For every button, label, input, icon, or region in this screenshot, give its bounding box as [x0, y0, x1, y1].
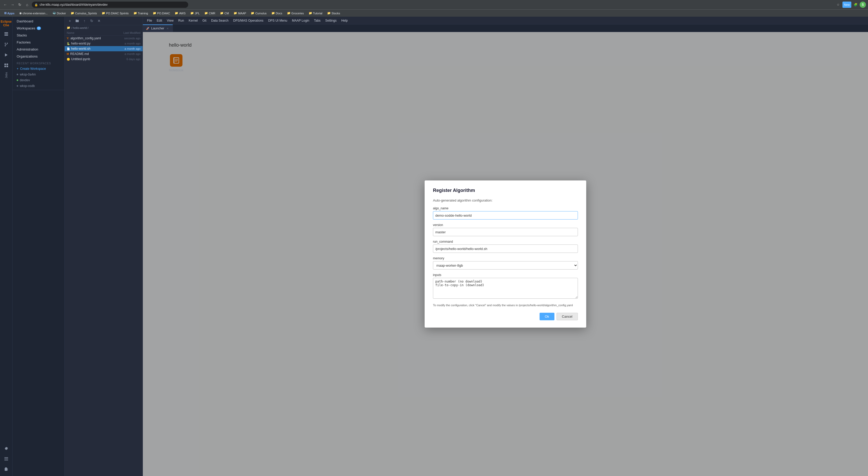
bookmark-docs[interactable]: 📁 Docs [269, 11, 284, 15]
modal-title: Register Algorithm [433, 188, 578, 193]
folder-icon: 📁 [327, 11, 331, 15]
sidebar-icon-workspace[interactable] [2, 454, 11, 464]
menu-run[interactable]: Run [176, 18, 186, 24]
refresh-button[interactable]: ↻ [89, 18, 95, 24]
file-list: Y: algorithm_config.yaml seconds ago 🐍 h… [65, 36, 143, 476]
menu-view[interactable]: View [165, 18, 176, 24]
apps-icon: ⊞ [4, 11, 6, 15]
version-label: version [433, 223, 578, 227]
ok-button[interactable]: Ok [539, 313, 554, 320]
bookmark-jpl[interactable]: 📁 JPL [188, 11, 202, 15]
file-row-ipynb[interactable]: 🟡 Untitled.ipynb 6 days ago [65, 57, 143, 62]
nav-organizations[interactable]: Organizations [12, 53, 64, 60]
svg-rect-2 [4, 35, 8, 36]
svg-rect-8 [6, 64, 8, 65]
tab-launcher[interactable]: 🚀 Launcher ✕ [143, 25, 173, 32]
ipynb-icon: 🟡 [67, 58, 70, 61]
menu-kernel[interactable]: Kernel [187, 18, 200, 24]
file-row-md[interactable]: M README.md a month ago [65, 51, 143, 57]
bookmark-star-button[interactable]: ☆ [835, 2, 841, 8]
sidebar-icon-debug[interactable] [2, 50, 11, 60]
bookmark-cmr[interactable]: 📁 CMR [202, 11, 217, 15]
menu-data-search[interactable]: Data Search [209, 18, 231, 24]
py-icon: 🐍 [67, 42, 70, 45]
file-row-py[interactable]: 🐍 hello-world.py a month ago [65, 41, 143, 46]
reload-button[interactable]: ↻ [17, 2, 23, 8]
bookmark-groceries[interactable]: 📁 Groceries [285, 11, 306, 15]
run-command-input[interactable] [433, 244, 578, 253]
menu-settings[interactable]: Settings [323, 18, 339, 24]
bookmark-docker[interactable]: 🐳 Docker [50, 11, 68, 15]
new-folder-button[interactable] [74, 18, 80, 24]
version-input[interactable] [433, 228, 578, 236]
sidebar-icon-settings[interactable] [2, 444, 11, 453]
menu-dps-ui[interactable]: DPS UI Menu [266, 18, 289, 24]
lock-icon: 🔒 [34, 3, 38, 6]
bookmark-tutorial[interactable]: 📁 Tutorial [307, 11, 324, 15]
bookmark-po-daac[interactable]: 📁 PO.DAAC [151, 11, 172, 15]
content-area: File Edit View Run Kernel Git Data Searc… [143, 17, 868, 476]
nav-factories[interactable]: Factories [12, 39, 64, 46]
extensions-button[interactable]: 🧩 [852, 2, 859, 8]
folder-icon: 📁 [234, 11, 237, 15]
tab-close-button[interactable]: ✕ [166, 27, 169, 30]
workspace-item-0a4m[interactable]: wksp-0a4m [12, 72, 64, 77]
sidebar-icon-plugins[interactable] [2, 465, 11, 474]
file-row-yaml[interactable]: Y: algorithm_config.yaml seconds ago [65, 36, 143, 41]
folder-icon: 📁 [153, 11, 156, 15]
algo-name-input[interactable] [433, 211, 578, 219]
memory-select[interactable]: maap-worker-8gb maap-worker-16gb maap-wo… [433, 261, 578, 270]
sidebar-icon-git[interactable] [2, 40, 11, 49]
new-file-button[interactable]: + [67, 18, 73, 24]
create-workspace-link[interactable]: + Create Workspace [12, 66, 64, 72]
forward-button[interactable]: → [9, 2, 16, 8]
menu-file[interactable]: File [145, 18, 154, 24]
menu-git[interactable]: Git [200, 18, 209, 24]
workspace-item-osdb[interactable]: wksp-osdb [12, 83, 64, 89]
bookmark-stocks[interactable]: 📁 Stocks [325, 11, 342, 15]
workspace-item-devdev[interactable]: devdev [12, 77, 64, 83]
workspace-status-dot [17, 74, 18, 75]
bookmark-po-daac-sprints[interactable]: 📁 PO.DAAC Sprints [100, 11, 131, 15]
sidebar-icon-explorer[interactable] [2, 29, 11, 39]
jobs-label: Jobs [5, 71, 8, 79]
launcher-tab-icon: 🚀 [146, 27, 150, 30]
folder-icon: 📁 [190, 11, 194, 15]
bookmark-cumulus[interactable]: 📁 Cumulus [249, 11, 269, 15]
algo-name-group: algo_name [433, 206, 578, 219]
sidebar-icon-extensions[interactable] [2, 61, 11, 70]
cancel-button[interactable]: Cancel [557, 313, 578, 320]
svg-rect-1 [4, 34, 8, 34]
bookmark-cm[interactable]: 📁 CM [218, 11, 231, 15]
bookmark-apps[interactable]: ⊞ Apps [2, 11, 17, 15]
nav-stacks[interactable]: Stacks [12, 32, 64, 39]
folder-icon: 📁 [71, 11, 74, 15]
home-button[interactable]: ⌂ [24, 2, 30, 8]
menu-tabs[interactable]: Tabs [312, 18, 322, 24]
menu-dps-mas[interactable]: DPS/MAS Operations [231, 18, 266, 24]
menu-maap-login[interactable]: MAAP Login [290, 18, 311, 24]
file-row-sh[interactable]: 📄 hello-world.sh a month ago [65, 46, 143, 51]
inputs-group: inputs path-number (no download) file-to… [433, 273, 578, 300]
svg-point-4 [7, 43, 8, 44]
nav-administration[interactable]: Administration [12, 46, 64, 53]
profile-button[interactable]: S [860, 2, 866, 8]
nav-dashboard[interactable]: Dashboard [12, 18, 64, 25]
bookmark-cumulus-sprints[interactable]: 📁 Cumulus_Sprints [68, 11, 99, 15]
upload-button[interactable]: ↑ [81, 18, 88, 24]
bookmark-training[interactable]: 📁 Training [131, 11, 150, 15]
inputs-textarea[interactable]: path-number (no download) file-to-copy-i… [433, 278, 578, 299]
new-tab-button[interactable]: New [842, 2, 851, 8]
menu-help[interactable]: Help [339, 18, 350, 24]
collapse-button[interactable]: ✕ [96, 18, 102, 24]
menu-edit[interactable]: Edit [155, 18, 164, 24]
back-button[interactable]: ← [2, 2, 8, 8]
browser-nav: ← → ↻ ⌂ [2, 2, 30, 8]
bookmark-chrome-ext[interactable]: ◉ chrome-extension... [17, 11, 50, 15]
che-logo[interactable]: EclipseChe [0, 19, 12, 28]
nav-workspaces[interactable]: Workspaces 3 [12, 25, 64, 32]
svg-point-3 [5, 43, 6, 44]
bookmark-aws[interactable]: 📁 AWS [173, 11, 188, 15]
address-bar[interactable]: 🔒 che-k8s.maap.xyz/dashboard/#/ide/eyam/… [32, 2, 188, 8]
bookmark-maap[interactable]: 📁 MAAP [231, 11, 248, 15]
